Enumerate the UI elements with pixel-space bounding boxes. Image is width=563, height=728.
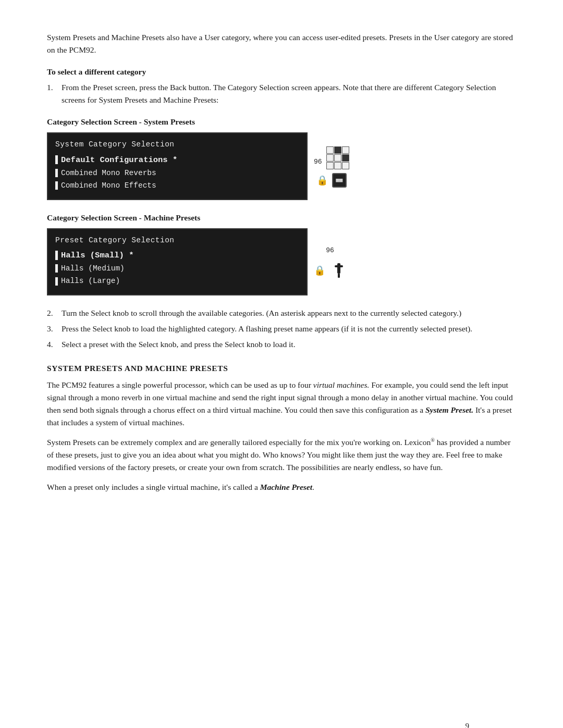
screen2-wrapper: Preset Category Selection Halls (Small) … [47, 228, 516, 295]
screen2-side-panel: 96 🔒 [314, 243, 348, 280]
screen1-row2: Combined Mono Reverbs [55, 167, 299, 179]
system-presets-para3: When a preset only includes a single vir… [47, 481, 516, 493]
steps-list-2: 2. Turn the Select knob to scroll throug… [47, 307, 516, 351]
step-3: 3. Press the Select knob to load the hig… [47, 323, 516, 335]
screen1-label: Category Selection Screen - System Prese… [47, 116, 516, 128]
screen2-display: Preset Category Selection Halls (Small) … [47, 228, 308, 295]
select-category-heading: To select a different category [47, 66, 516, 78]
screen1-row1: Default Configurations * [55, 154, 299, 166]
step-4-text: Select a preset with the Select knob, an… [62, 338, 516, 351]
step-1-text: From the Preset screen, press the Back b… [62, 81, 516, 106]
screen1-side-panel: 96 🔒 ■■ [314, 144, 349, 188]
cursor-bar-3 [55, 181, 58, 190]
system-presets-para1: The PCM92 features a single powerful pro… [47, 379, 516, 429]
cursor-bar-1 [55, 155, 58, 164]
screen2-row2: Halls (Medium) [55, 263, 299, 274]
screen1-row3: Combined Mono Effects [55, 180, 299, 191]
screen2-title: Preset Category Selection [55, 235, 299, 246]
step-2: 2. Turn the Select knob to scroll throug… [47, 307, 516, 319]
screen1-display: System Category Selection Default Config… [47, 132, 308, 200]
tuner-icon [331, 262, 347, 279]
step-2-text: Turn the Select knob to scroll through t… [62, 307, 516, 319]
system-presets-heading: System Presets and Machine Presets [47, 362, 516, 375]
screen1-lock-icon: 🔒 [316, 174, 328, 188]
step-1-num: 1. [47, 81, 62, 94]
step-2-num: 2. [47, 307, 62, 319]
screen2-side-number: 96 [326, 245, 334, 256]
virtual-machines-italic: virtual machines. [313, 380, 370, 389]
svg-rect-0 [337, 263, 340, 274]
screen1-grid-icon [326, 146, 349, 169]
cursor-bar-4 [55, 251, 58, 260]
system-presets-para2: System Presets can be extremely complex … [47, 436, 516, 474]
svg-rect-1 [335, 265, 343, 267]
cursor-bar-5 [55, 264, 58, 273]
step-1: 1. From the Preset screen, press the Bac… [47, 81, 516, 106]
step-3-num: 3. [47, 323, 62, 335]
system-preset-bolditalic: System Preset. [425, 405, 473, 414]
machine-preset-bolditalic: Machine Preset [260, 483, 312, 491]
registered-mark: ® [431, 437, 435, 443]
cursor-bar-2 [55, 169, 58, 177]
screen2-label: Category Selection Screen - Machine Pres… [47, 212, 516, 224]
cursor-bar-6 [55, 277, 58, 286]
page-number: 9 [466, 720, 470, 728]
step-4: 4. Select a preset with the Select knob,… [47, 338, 516, 351]
screen1-side-number: 96 [314, 157, 322, 167]
svg-rect-2 [338, 274, 340, 278]
screen2-lock-icon: 🔒 [314, 264, 325, 278]
step-4-num: 4. [47, 338, 62, 351]
screen2-row3: Halls (Large) [55, 275, 299, 287]
intro-paragraph: System Presets and Machine Presets also … [47, 31, 516, 56]
screen1-title: System Category Selection [55, 139, 299, 150]
screen2-row1: Halls (Small) * [55, 249, 299, 262]
step-3-text: Press the Select knob to load the highli… [62, 323, 516, 335]
screen1-wrapper: System Category Selection Default Config… [47, 132, 516, 200]
steps-list: 1. From the Preset screen, press the Bac… [47, 81, 516, 106]
